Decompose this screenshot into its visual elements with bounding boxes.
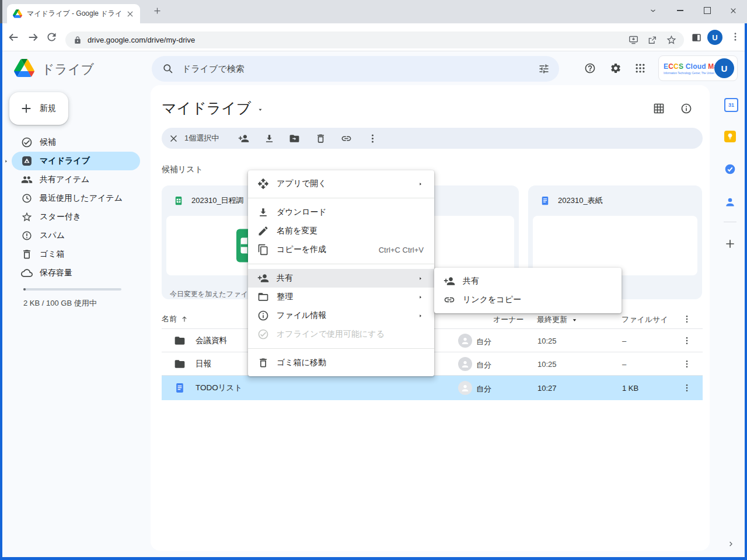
more-toolbar-icon[interactable] xyxy=(367,133,378,144)
sidebar-item-shared[interactable]: 共有アイテム xyxy=(12,170,140,189)
add-panel-app-icon[interactable] xyxy=(724,238,736,250)
link-icon xyxy=(444,294,455,306)
search-input[interactable]: ドライブで検索 xyxy=(182,64,538,75)
apps-grid-icon[interactable] xyxy=(634,62,646,74)
help-icon[interactable] xyxy=(584,62,596,74)
copy-icon xyxy=(257,244,269,256)
menu-item-rename[interactable]: 名前を変更 xyxy=(248,222,434,240)
share-page-icon[interactable] xyxy=(647,35,658,46)
menu-item-organize[interactable]: 整理 xyxy=(248,288,434,306)
window-close-button[interactable] xyxy=(724,4,742,18)
side-panel-icon[interactable] xyxy=(691,32,702,43)
trash-toolbar-icon[interactable] xyxy=(315,133,326,144)
window-minimize-button[interactable] xyxy=(671,4,689,18)
url-text[interactable]: drive.google.com/drive/my-drive xyxy=(88,36,620,44)
link-toolbar-icon[interactable] xyxy=(341,133,352,144)
folder-icon xyxy=(174,358,186,370)
sidebar-item-storage[interactable]: 保存容量 xyxy=(12,264,140,282)
forward-button[interactable] xyxy=(27,31,40,44)
menu-item-download[interactable]: ダウンロード xyxy=(248,203,434,222)
settings-gear-icon[interactable] xyxy=(610,62,622,74)
sidebar-item-starred[interactable]: スター付き xyxy=(12,208,140,226)
title-caret-icon xyxy=(257,106,264,113)
sidebar-item-suggestions[interactable]: 候補 xyxy=(12,133,140,152)
modified-cell: 10:27 xyxy=(537,384,557,393)
shortcut-hint: Ctrl+C Ctrl+V xyxy=(379,246,424,254)
column-owner[interactable]: オーナー xyxy=(493,314,524,325)
account-avatar[interactable]: U xyxy=(714,58,734,78)
menu-item-file-info[interactable]: ファイル情報 xyxy=(248,306,434,325)
sidebar-item-trash[interactable]: ゴミ箱 xyxy=(12,245,140,264)
share-toolbar-icon[interactable] xyxy=(238,133,249,144)
tasks-app-icon[interactable] xyxy=(724,163,736,175)
back-button[interactable] xyxy=(7,31,20,44)
sort-caret-icon xyxy=(571,316,578,324)
browser-tab[interactable]: マイドライブ - Google ドライブ xyxy=(7,4,140,23)
grid-view-toggle-icon[interactable] xyxy=(653,103,665,114)
menu-item-share[interactable]: 共有 xyxy=(248,269,434,288)
move-toolbar-icon[interactable] xyxy=(289,133,300,144)
menu-item-move-to-trash[interactable]: ゴミ箱に移動 xyxy=(248,354,434,372)
search-icon[interactable] xyxy=(162,63,174,75)
file-row-todo-selected[interactable]: TODOリスト xyxy=(162,376,703,400)
menu-item-make-copy[interactable]: コピーを作成 Ctrl+C Ctrl+V xyxy=(248,240,434,259)
storage-progress-fill xyxy=(23,288,26,290)
account-badge-subtitle: Information Technology Center, The Unive… xyxy=(664,72,714,75)
submenu-item-share[interactable]: 共有 xyxy=(434,272,622,290)
column-size[interactable]: ファイルサイ xyxy=(622,314,668,325)
install-app-icon[interactable] xyxy=(628,34,639,46)
expand-panel-chevron-icon[interactable] xyxy=(727,540,735,548)
bookmark-star-icon[interactable] xyxy=(666,34,677,46)
expand-caret-icon[interactable] xyxy=(3,158,9,164)
details-info-icon[interactable] xyxy=(680,103,692,114)
reload-button[interactable] xyxy=(46,31,58,43)
panel-divider xyxy=(724,222,736,222)
search-options-icon[interactable] xyxy=(538,63,550,75)
contacts-app-icon[interactable] xyxy=(724,196,736,208)
folder-open-icon xyxy=(257,291,269,303)
alert-icon xyxy=(21,230,33,242)
menu-divider xyxy=(248,264,434,264)
page-title[interactable]: マイドライブ xyxy=(162,99,264,118)
submenu-item-copy-link[interactable]: リンクをコピー xyxy=(434,290,622,309)
browser-menu-icon[interactable] xyxy=(730,32,741,42)
pencil-icon xyxy=(257,225,269,237)
sidebar-item-my-drive[interactable]: マイドライブ xyxy=(12,152,140,170)
account-badge[interactable]: ECCS Cloud Mail Information Technology C… xyxy=(658,55,738,81)
drive-logo[interactable] xyxy=(14,59,34,77)
person-add-icon xyxy=(444,275,455,287)
download-toolbar-icon[interactable] xyxy=(264,133,275,144)
new-button[interactable]: 新規 xyxy=(9,92,68,125)
tab-close-icon[interactable] xyxy=(126,10,134,18)
row-options-icon[interactable] xyxy=(682,336,692,345)
new-tab-button[interactable] xyxy=(148,4,166,18)
trash-icon xyxy=(21,249,33,260)
search-bar[interactable]: ドライブで検索 xyxy=(152,56,559,82)
column-options-icon[interactable] xyxy=(682,314,692,324)
drive-favicon xyxy=(13,9,22,18)
card-preview xyxy=(533,216,697,275)
sidebar-item-recent[interactable]: 最近使用したアイテム xyxy=(12,189,140,208)
row-options-icon[interactable] xyxy=(682,359,692,369)
clear-selection-icon[interactable] xyxy=(169,134,179,144)
column-name[interactable]: 名前 xyxy=(162,314,189,324)
suggestions-label: 候補リスト xyxy=(162,164,203,175)
menu-item-open-with[interactable]: アプリで開く xyxy=(248,174,434,193)
window-chevron-icon[interactable] xyxy=(644,4,662,18)
address-bar[interactable]: drive.google.com/drive/my-drive xyxy=(65,32,684,48)
browser-avatar[interactable]: U xyxy=(707,30,722,45)
calendar-app-icon[interactable]: 31 xyxy=(724,98,738,112)
sidebar-item-spam[interactable]: スパム xyxy=(12,226,140,245)
lock-icon xyxy=(74,36,82,44)
window-maximize-button[interactable] xyxy=(699,4,716,18)
window-frame-left xyxy=(0,23,2,560)
row-options-icon[interactable] xyxy=(682,383,692,393)
size-cell: 1 KB xyxy=(622,384,638,393)
my-drive-icon xyxy=(21,155,33,167)
new-button-label: 新規 xyxy=(40,103,56,114)
keep-app-icon[interactable] xyxy=(724,131,736,142)
window-frame-bottom xyxy=(0,557,747,560)
open-with-icon xyxy=(257,178,269,190)
column-modified[interactable]: 最終更新 xyxy=(537,314,578,325)
account-badge-title: ECCS Cloud Mail xyxy=(664,62,714,71)
